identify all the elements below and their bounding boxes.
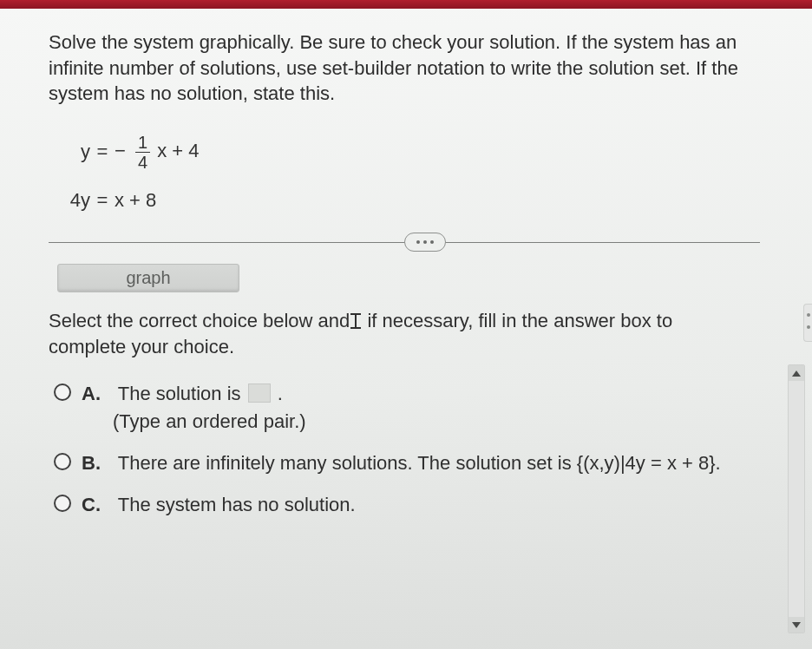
- question-text: Solve the system graphically. Be sure to…: [49, 30, 769, 107]
- question-panel: Solve the system graphically. Be sure to…: [0, 9, 812, 649]
- equals-sign: =: [90, 141, 115, 163]
- text-cursor-icon: [350, 313, 362, 329]
- scroll-down-button[interactable]: [789, 617, 804, 633]
- graph-tab[interactable]: graph: [57, 264, 239, 292]
- chevron-down-icon: [792, 622, 801, 628]
- radio-B[interactable]: [54, 453, 71, 470]
- choice-A-hint: (Type an ordered pair.): [113, 408, 306, 436]
- side-handle[interactable]: [803, 304, 812, 342]
- radio-C[interactable]: [54, 495, 71, 512]
- scroll-up-button[interactable]: [789, 365, 804, 381]
- choice-C: C. The system has no solution.: [54, 491, 774, 519]
- answer-choices: A. The solution is . (Type an ordered pa…: [54, 380, 774, 519]
- choice-B-text: There are infinitely many solutions. The…: [118, 452, 721, 474]
- answer-instructions: Select the correct choice below and if n…: [49, 308, 751, 359]
- equation-2: 4y = x + 8: [54, 176, 774, 225]
- eq1-lhs: y: [54, 141, 90, 163]
- radio-A[interactable]: [54, 384, 71, 401]
- choice-A: A. The solution is . (Type an ordered pa…: [54, 380, 774, 436]
- choice-B: B. There are infinitely many solutions. …: [54, 449, 774, 477]
- fraction-one-quarter: 1 4: [135, 134, 150, 171]
- eq2-lhs: 4y: [54, 189, 90, 212]
- eq2-rhs: x + 8: [115, 189, 156, 212]
- choice-letter: B.: [82, 449, 104, 477]
- eq1-rhs: − 1 4 x + 4: [115, 134, 200, 171]
- expand-dots-button[interactable]: [404, 233, 446, 252]
- equation-1: y = − 1 4 x + 4: [54, 128, 774, 176]
- equals-sign: =: [90, 189, 115, 212]
- choice-letter: A.: [82, 380, 104, 408]
- window-top-accent: [0, 0, 812, 9]
- answer-input-A[interactable]: [248, 384, 271, 403]
- graph-tab-label: graph: [126, 268, 170, 287]
- system-of-equations: y = − 1 4 x + 4 4y = x + 8: [54, 128, 774, 225]
- choice-letter: C.: [82, 491, 104, 519]
- vertical-scrollbar[interactable]: [788, 364, 805, 633]
- chevron-up-icon: [792, 370, 801, 377]
- choice-C-text: The system has no solution.: [118, 494, 356, 515]
- choice-A-text-before: The solution is: [118, 383, 246, 404]
- choice-A-text-after: .: [278, 383, 283, 404]
